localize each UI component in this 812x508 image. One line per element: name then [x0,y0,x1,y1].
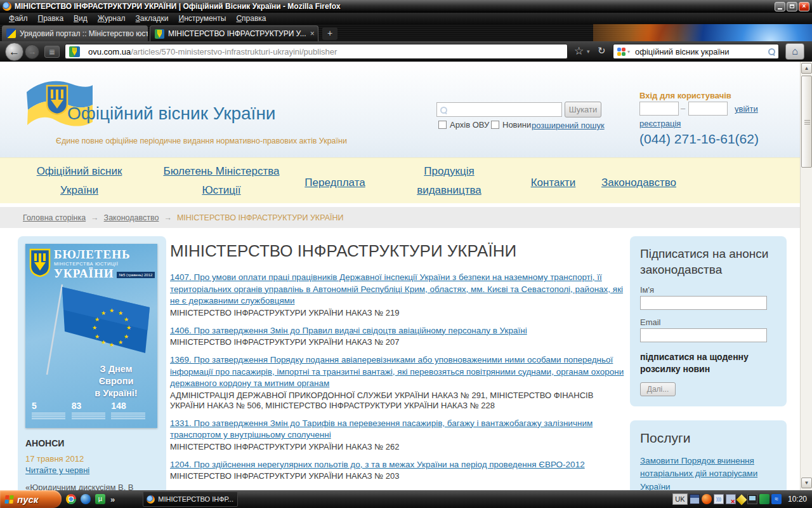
login-field[interactable] [639,102,679,116]
quicklaunch-browser-icon[interactable] [81,494,91,504]
svg-text:★: ★ [124,316,129,323]
new-tab-button[interactable]: + [322,27,337,40]
session-button[interactable]: ▦ [44,46,60,58]
quicklaunch-chevron-icon[interactable]: » [110,495,115,504]
scrollbar-thumb[interactable] [801,76,812,168]
email-field[interactable] [640,328,767,342]
menu-help[interactable]: Справка [231,14,271,23]
svg-text:★: ★ [92,324,97,331]
window-title: МІНІСТЕРСТВО ІНФРАСТРУКТУРИ УКРАЇНИ | Оф… [15,2,341,11]
password-field[interactable] [688,102,728,116]
tab-uryadovyi-portal[interactable]: Урядовий портал :: Міністерство юстиці..… [2,25,148,41]
tray-window-icon[interactable] [690,494,700,504]
document-link[interactable]: 1406. Про затвердження Змін до Правил ви… [170,326,527,335]
news-checkbox-row[interactable]: Новини [491,120,531,130]
contact-phone: (044) 271-16-61(62) [639,131,759,147]
document-link[interactable]: 1369. Про затвердження Порядку подання а… [170,355,624,388]
menu-edit[interactable]: Правка [33,14,69,23]
back-button[interactable]: ← [5,43,23,61]
tray-wireless-icon[interactable]: ≈ [771,494,782,504]
document-item: 1407. Про умови оплати праці працівників… [170,271,624,318]
document-caption: МІНІСТЕРСТВО ІНФРАСТРУКТУРИ УКРАЇНИ НАКА… [170,471,624,481]
close-button[interactable]: × [799,2,809,11]
browser-search-box[interactable]: ▾ офіційний вісник україни [613,44,779,59]
forward-button[interactable]: → [25,44,39,59]
register-link[interactable]: реєстрація [639,119,681,128]
document-item: 1331. Про затвердження Змін до Тарифів н… [170,417,624,452]
home-button[interactable]: ⌂ [785,43,804,60]
login-link[interactable]: увійти [735,104,758,114]
tray-shield-icon[interactable] [736,495,747,505]
tray-antivirus-icon[interactable] [759,494,769,504]
site-header: Офіційний вісник України Єдине повне офі… [0,62,800,157]
breadcrumb-home-link[interactable]: Головна сторінка [23,213,86,222]
nav-ofitsiinyi-visnyk[interactable]: Офіційний вісник України [25,162,133,200]
menu-tools[interactable]: Инструменты [174,14,232,23]
search-magnifier-icon[interactable] [768,48,775,55]
url-bar[interactable]: ovu.com.ua /articles/570-ministerstvo-in… [65,44,568,59]
scroll-down-icon[interactable]: ▼ [801,478,812,488]
services-link[interactable]: Замовити Порядок вчинення нотаріальних д… [640,455,776,490]
menu-view[interactable]: Вид [69,14,93,23]
nav-produktsiia[interactable]: Продукція видавництва [402,162,497,200]
windows-logo-icon [4,495,13,504]
restore-button[interactable] [787,2,797,11]
nav-zakonodavstvo[interactable]: Законодавство [591,173,686,192]
quicklaunch-utorrent-icon[interactable]: µ [95,494,105,504]
cover-stat-caption-lines [32,412,65,419]
news-checkbox[interactable] [491,121,499,129]
services-heading: Послуги [640,431,776,446]
bookmark-star-icon[interactable]: ☆ [574,44,584,58]
tab-ministerstvo-infrastruktury[interactable]: МІНІСТЕРСТВО ІНФРАСТРУКТУРИ У... × [150,25,318,41]
archive-checkbox-label: Архів ОВУ [450,120,489,130]
email-label: Email [640,318,776,327]
language-indicator[interactable]: UK [672,493,688,505]
task-button-firefox[interactable]: МІНІСТЕРСТВО ІНФР... [143,491,238,507]
tray-monitor-icon[interactable] [747,494,757,504]
document-link[interactable]: 1204. Про здійснення нерегулярних польот… [170,460,585,469]
tray-download-manager-icon[interactable] [702,494,712,504]
subscribe-next-button[interactable]: Далі... [640,382,676,396]
news-checkbox-label: Новини [502,120,531,130]
bookmark-dropdown-icon[interactable]: ▾ [587,48,590,55]
nav-kontakty[interactable]: Контакти [525,173,582,192]
document-caption: АДМІНІСТРАЦІЯ ДЕРЖАВНОЇ ПРИКОРДОННОЇ СЛУ… [170,391,624,411]
announcements-link[interactable]: Читайте у червні [25,465,159,475]
advanced-search-link[interactable]: розширений пошук [532,121,605,130]
start-button-label: пуск [17,494,38,505]
menu-bookmarks[interactable]: Закладки [131,14,174,23]
trident-favicon [155,29,164,39]
menu-bar: Файл Правка Вид Журнал Закладки Инструме… [0,13,812,24]
vertical-scrollbar[interactable]: ▲ ▼ [800,62,812,490]
taskbar: пуск µ » МІНІСТЕРСТВО ІНФР... UK ))) ≈ 1… [0,490,812,508]
site-search-input[interactable] [436,102,562,117]
announcements-clipped-text: «Юридичним дискусіям В. В [25,483,159,490]
document-link[interactable]: 1407. Про умови оплати праці працівників… [170,272,623,305]
quicklaunch-chrome-icon[interactable] [66,494,76,504]
breadcrumb-legislation-link[interactable]: Законодавство [104,213,159,222]
archive-checkbox-row[interactable]: Архів ОВУ [438,120,489,130]
tab-list-dropdown-icon[interactable]: ▼ [804,30,809,37]
site-title: Офіційний вісник України [67,104,276,124]
scroll-up-icon[interactable]: ▲ [801,63,812,74]
archive-checkbox[interactable] [438,121,447,129]
tray-network-disconnected-icon[interactable] [726,494,736,504]
start-button[interactable]: пуск [0,490,62,508]
bulletin-cover[interactable]: БЮЛЕТЕНЬ МІНІСТЕРСТВА ЮСТИЦІЇ УКРАЇНИ №5… [25,244,157,428]
document-link[interactable]: 1331. Про затвердження Змін до Тарифів н… [170,418,593,440]
cover-stat-caption-lines [111,412,145,419]
nav-biuleten[interactable]: Бюлетень Міністерства Юстиції [155,162,288,200]
breadcrumb-arrow-icon: → [91,213,99,222]
nav-peredplata[interactable]: Передплата [297,173,373,192]
tray-network-signal-icon[interactable]: ))) [714,494,724,504]
menu-file[interactable]: Файл [4,14,33,23]
name-field[interactable] [640,296,767,310]
search-engine-dropdown-icon[interactable]: ▾ [627,49,630,55]
site-search-button[interactable]: Шукати [565,102,601,117]
menu-history[interactable]: Журнал [93,14,131,23]
minimize-button[interactable] [775,2,785,11]
svg-text:★: ★ [124,333,129,340]
tab-close-icon[interactable]: × [306,29,315,38]
breadcrumb-current: МІНІСТЕРСТВО ІНФРАСТРУКТУРИ УКРАЇНИ [177,213,344,222]
reload-icon[interactable]: ↻ [598,45,606,57]
